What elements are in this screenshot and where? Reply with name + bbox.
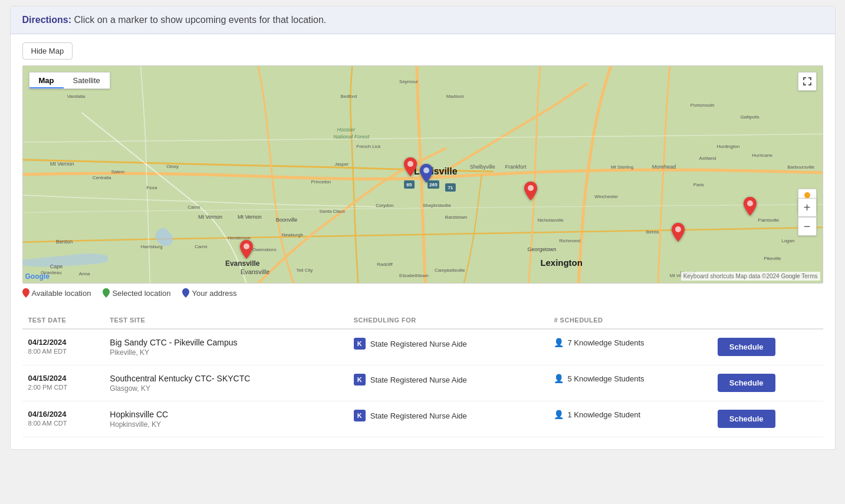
scheduled-count-2: 1 Knowledge Student: [567, 410, 640, 419]
map-zoom-controls: + −: [798, 198, 817, 236]
site-location-2: Hopkinsville, KY: [110, 420, 341, 429]
legend-selected: Selected location: [103, 288, 170, 298]
legend-address-label: Your address: [192, 289, 236, 298]
svg-text:Cape: Cape: [50, 263, 62, 269]
svg-point-77: [747, 200, 753, 206]
svg-text:Jasper: Jasper: [334, 162, 348, 167]
svg-text:French Lick: French Lick: [356, 144, 380, 149]
action-cell-1: Schedule: [712, 365, 823, 401]
site-name-2: Hopkinsville CC: [110, 410, 341, 419]
svg-text:Centralia: Centralia: [92, 175, 111, 180]
svg-text:Richmond: Richmond: [559, 238, 580, 243]
legend-address: Your address: [182, 288, 236, 298]
legend-available: Available location: [22, 288, 91, 298]
available-location-pin-hazard: [672, 223, 685, 242]
svg-text:Bardstown: Bardstown: [445, 215, 467, 220]
svg-text:Mt Vernon: Mt Vernon: [50, 161, 74, 167]
svg-text:Danville: Danville: [493, 282, 510, 283]
k-badge-1: K: [354, 374, 366, 386]
map-marker-address[interactable]: [420, 164, 433, 185]
map-type-map-button[interactable]: Map: [29, 73, 64, 88]
svg-point-79: [804, 192, 810, 198]
svg-text:Nicholasville: Nicholasville: [537, 218, 564, 223]
svg-text:65: 65: [406, 182, 412, 187]
schedule-button-0[interactable]: Schedule: [718, 338, 775, 356]
action-cell-0: Schedule: [712, 329, 823, 365]
svg-text:Carmi: Carmi: [195, 244, 207, 249]
svg-text:Shelbyville: Shelbyville: [469, 164, 495, 170]
col-test-date: TEST DATE: [22, 312, 104, 329]
fullscreen-icon: [803, 77, 812, 86]
svg-text:Ashland: Ashland: [699, 156, 716, 161]
available-location-pin-louisville: [404, 157, 417, 176]
legend-selected-label: Selected location: [112, 289, 170, 298]
svg-text:Vandalia: Vandalia: [67, 94, 85, 99]
svg-text:Hoosier: Hoosier: [337, 127, 356, 133]
svg-text:Portsmouth: Portsmouth: [690, 103, 714, 108]
date-value-0: 04/12/2024: [28, 338, 98, 347]
scheduled-count-0: 7 Knowledge Students: [567, 338, 644, 347]
available-location-pin-pikeville: [744, 197, 757, 216]
person-icon-0: 👤: [554, 338, 564, 347]
svg-text:Georgetown: Georgetown: [527, 246, 556, 252]
directions-banner: Directions: Click on a marker to show up…: [11, 6, 835, 34]
map-marker-pikeville[interactable]: [744, 197, 757, 218]
svg-text:Gallipolis: Gallipolis: [740, 114, 759, 120]
directions-text: Click on a marker to show upcoming event…: [74, 15, 327, 25]
map-legend: Available location Selected location You…: [22, 288, 823, 298]
table-row: 04/16/2024 8:00 AM CDT Hopkinsville CC H…: [22, 401, 823, 437]
svg-text:Seymour: Seymour: [399, 79, 418, 84]
results-table: TEST DATE TEST SITE SCHEDULING FOR # SCH…: [22, 312, 823, 437]
svg-point-73: [244, 243, 249, 249]
map-marker-louisville[interactable]: [404, 157, 417, 179]
selected-pin-icon: [103, 288, 110, 298]
svg-text:Harrisburg: Harrisburg: [140, 244, 162, 249]
svg-text:Salem: Salem: [111, 169, 124, 174]
svg-text:Tell City: Tell City: [296, 268, 313, 273]
map-marker-georgetown[interactable]: [524, 182, 537, 203]
svg-text:Princeton: Princeton: [311, 179, 331, 185]
map-marker-madisonville[interactable]: [240, 240, 253, 261]
svg-text:Santa Claus: Santa Claus: [319, 209, 344, 214]
site-name-1: Southcentral Kentucky CTC- SKYCTC: [110, 374, 341, 383]
svg-text:Shephrdsville: Shephrdsville: [423, 203, 451, 208]
person-icon-2: 👤: [554, 410, 564, 419]
date-cell-2: 04/16/2024 8:00 AM CDT: [22, 401, 104, 437]
svg-text:Radcliff: Radcliff: [377, 262, 393, 267]
map-type-satellite-button[interactable]: Satellite: [64, 73, 110, 88]
map-fullscreen-button[interactable]: [798, 72, 817, 91]
table-header-row: TEST DATE TEST SITE SCHEDULING FOR # SCH…: [22, 312, 823, 329]
svg-text:Barboursville: Barboursville: [787, 164, 815, 170]
map-container[interactable]: 65 265 71 Louisville Lexington Evansvill…: [22, 65, 823, 284]
time-value-2: 8:00 AM CDT: [28, 420, 98, 427]
scheduled-cell-1: 👤 5 Knowledge Students: [548, 365, 711, 401]
svg-text:Berea: Berea: [646, 229, 659, 235]
svg-text:Mt Vernon: Mt Vernon: [198, 214, 222, 220]
zoom-out-button[interactable]: −: [798, 217, 817, 236]
scheduled-cell-0: 👤 7 Knowledge Students: [548, 329, 711, 365]
available-location-pin: [240, 240, 253, 259]
hide-map-button[interactable]: Hide Map: [22, 42, 73, 60]
svg-text:Olney: Olney: [166, 164, 179, 169]
date-cell-0: 04/12/2024 8:00 AM EDT: [22, 329, 104, 365]
zoom-in-button[interactable]: +: [798, 198, 817, 217]
svg-text:Flora: Flora: [146, 185, 157, 190]
svg-text:Carmi: Carmi: [188, 205, 200, 210]
time-value-1: 2:00 PM CDT: [28, 384, 98, 391]
svg-text:Logan: Logan: [781, 238, 794, 243]
main-container: Directions: Click on a marker to show up…: [10, 6, 836, 450]
action-cell-2: Schedule: [712, 401, 823, 437]
svg-point-76: [528, 185, 534, 191]
map-section: Hide Map: [11, 34, 835, 306]
date-value-1: 04/15/2024: [28, 374, 98, 383]
schedule-button-2[interactable]: Schedule: [718, 410, 775, 428]
schedule-button-1[interactable]: Schedule: [718, 374, 775, 392]
table-body: 04/12/2024 8:00 AM EDT Big Sandy CTC - P…: [22, 329, 823, 437]
scheduling-cell-2: K State Registered Nurse Aide: [348, 401, 548, 437]
map-marker-hazard[interactable]: [672, 223, 685, 244]
scheduling-cell-0: K State Registered Nurse Aide: [348, 329, 548, 365]
site-location-1: Glasgow, KY: [110, 384, 341, 393]
map-type-controls: Map Satellite: [29, 72, 110, 89]
scheduled-count-1: 5 Knowledge Students: [567, 374, 644, 383]
svg-point-74: [407, 161, 413, 167]
